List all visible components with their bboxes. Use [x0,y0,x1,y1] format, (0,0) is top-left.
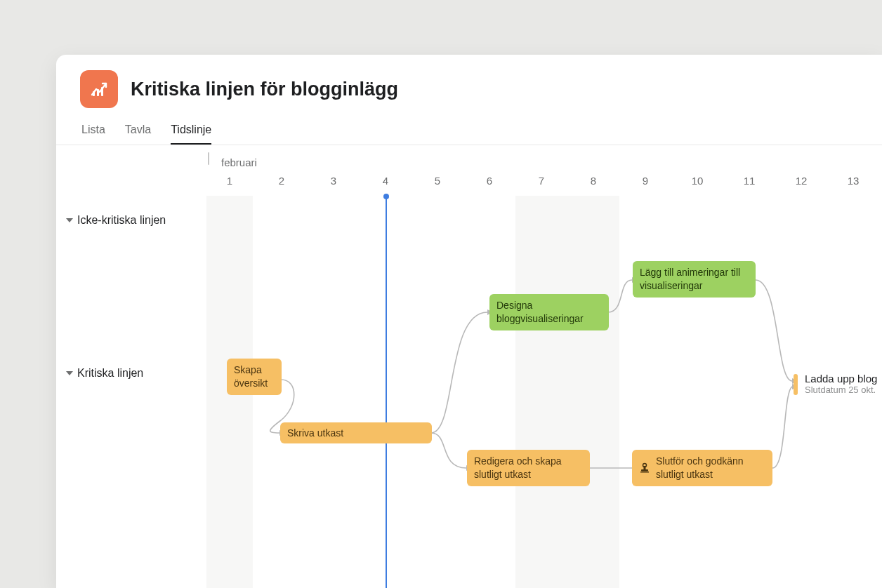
stamp-icon [639,462,650,474]
svg-rect-2 [101,87,103,96]
task-label: Slutför och godkänn slutligt utkast [656,455,765,481]
svg-rect-10 [640,472,649,473]
today-indicator [386,196,387,588]
svg-point-13 [643,464,647,467]
page-title: Kritiska linjen för blogginlägg [131,79,398,100]
tab-timeline[interactable]: Tidslinje [171,123,211,145]
day-header: 9 [638,175,652,187]
svg-rect-1 [97,89,99,96]
day-header: 11 [742,175,756,187]
day-header: 7 [534,175,548,187]
task-write-draft[interactable]: Skriva utkast [280,422,432,443]
day-header: 5 [430,175,445,187]
caret-down-icon [66,218,73,222]
timeline-view: februari 1 2 3 4 5 6 7 8 9 10 11 12 13 I… [56,145,882,588]
header: Kritiska linjen för blogginlägg Lista Ta… [56,55,882,145]
task-create-outline[interactable]: Skapa översikt [227,359,282,395]
dependency-connectors [56,196,882,588]
day-header-row: 1 2 3 4 5 6 7 8 9 10 11 12 13 [56,175,882,194]
milestone-title: Ladda upp blog [805,373,877,385]
section-label-text: Icke-kritiska linjen [77,214,166,227]
milestone-upload[interactable]: Ladda upp blog Slutdatum 25 okt. [794,373,877,395]
day-header: 3 [327,175,341,187]
svg-rect-0 [93,91,95,96]
task-add-animations[interactable]: Lägg till animeringar till visualisering… [633,261,756,298]
section-noncritical[interactable]: Icke-kritiska linjen [66,214,166,227]
chart-up-icon [89,79,109,99]
day-header: 10 [690,175,704,187]
app-window: Kritiska linjen för blogginlägg Lista Ta… [56,55,882,588]
svg-rect-11 [641,469,648,472]
tab-board[interactable]: Tavla [125,123,151,145]
month-tick [208,152,209,165]
day-header: 6 [482,175,496,187]
title-row: Kritiska linjen för blogginlägg [80,70,858,108]
task-label: Skriva utkast [287,427,343,440]
day-header: 4 [379,175,393,187]
tabs: Lista Tavla Tidslinje [80,123,858,145]
section-critical[interactable]: Kritiska linjen [66,367,143,380]
milestone-marker-icon [794,374,798,395]
task-label: Redigera och skapa slutligt utkast [474,455,583,481]
caret-down-icon [66,371,73,375]
milestone-text-block: Ladda upp blog Slutdatum 25 okt. [805,373,877,395]
task-label: Skapa översikt [234,363,275,390]
section-label-text: Kritiska linjen [77,367,143,380]
milestone-subtitle: Slutdatum 25 okt. [805,385,877,395]
task-approve-final[interactable]: Slutför och godkänn slutligt utkast [632,450,772,486]
grid-area: Icke-kritiska linjen Kritiska linjen [56,196,882,588]
task-label: Designa bloggvisualiseringar [496,299,602,326]
day-header: 12 [794,175,808,187]
day-header: 8 [586,175,600,187]
tab-list[interactable]: Lista [81,123,105,145]
task-edit-final[interactable]: Redigera och skapa slutligt utkast [467,450,590,486]
task-design-viz[interactable]: Designa bloggvisualiseringar [489,294,609,330]
today-dot [383,194,389,199]
day-header: 2 [275,175,289,187]
day-header: 13 [846,175,860,187]
project-icon[interactable] [80,70,118,108]
task-label: Lägg till animeringar till visualisering… [640,266,749,293]
weekend-shade [515,196,619,588]
day-header: 1 [223,175,237,187]
month-label: februari [221,156,257,168]
